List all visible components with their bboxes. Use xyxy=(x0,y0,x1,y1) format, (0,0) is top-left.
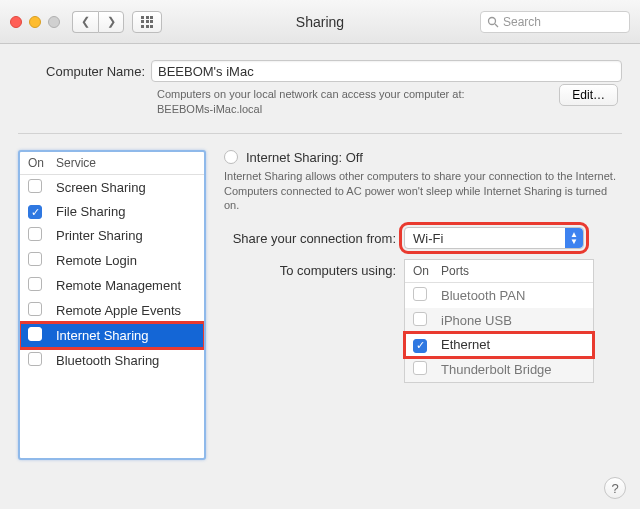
service-row-bluetooth-sharing[interactable]: Bluetooth Sharing xyxy=(20,348,204,373)
service-label: Remote Apple Events xyxy=(56,303,181,318)
close-icon[interactable] xyxy=(10,16,22,28)
service-row-internet-sharing[interactable]: Internet Sharing xyxy=(20,323,204,348)
port-row-thunderbolt-bridge[interactable]: Thunderbolt Bridge xyxy=(405,357,593,382)
service-row-remote-apple-events[interactable]: Remote Apple Events xyxy=(20,298,204,323)
nav-back-forward: ❮ ❯ xyxy=(72,11,124,33)
checkbox[interactable] xyxy=(28,252,42,266)
checkbox[interactable] xyxy=(413,361,427,375)
share-from-select[interactable]: Wi-Fi ▲▼ xyxy=(404,227,584,249)
port-label: Bluetooth PAN xyxy=(441,288,525,303)
checkbox[interactable]: ✓ xyxy=(28,205,42,219)
port-row-iphone-usb[interactable]: iPhone USB xyxy=(405,308,593,333)
port-row-ethernet[interactable]: ✓ Ethernet xyxy=(405,333,593,357)
checkbox[interactable]: ✓ xyxy=(413,339,427,353)
chevron-updown-icon: ▲▼ xyxy=(565,228,583,248)
checkbox[interactable] xyxy=(28,352,42,366)
svg-line-1 xyxy=(495,24,498,27)
services-on-header: On xyxy=(28,156,56,170)
help-icon: ? xyxy=(611,481,618,496)
search-icon xyxy=(487,16,499,31)
service-label: Remote Management xyxy=(56,278,181,293)
checkbox[interactable] xyxy=(413,312,427,326)
service-row-file-sharing[interactable]: ✓ File Sharing xyxy=(20,200,204,224)
window-titlebar: ❮ ❯ Sharing Search xyxy=(0,0,640,44)
port-label: iPhone USB xyxy=(441,313,512,328)
port-label: Ethernet xyxy=(441,337,490,352)
service-label: Internet Sharing xyxy=(56,328,149,343)
status-title: Internet Sharing: Off xyxy=(246,150,363,165)
maximize-icon[interactable] xyxy=(48,16,60,28)
service-list: On Service Screen Sharing ✓ File Sharing… xyxy=(18,150,206,460)
share-from-value: Wi-Fi xyxy=(413,231,443,246)
checkbox[interactable] xyxy=(28,277,42,291)
show-all-button[interactable] xyxy=(132,11,162,33)
computer-name-label: Computer Name: xyxy=(26,64,151,79)
back-button[interactable]: ❮ xyxy=(72,11,98,33)
service-label: File Sharing xyxy=(56,204,125,219)
port-row-bluetooth-pan[interactable]: Bluetooth PAN xyxy=(405,283,593,308)
ports-list: On Ports Bluetooth PAN iPhone USB ✓ Ethe… xyxy=(404,259,594,383)
share-from-label: Share your connection from: xyxy=(224,231,404,246)
service-row-printer-sharing[interactable]: Printer Sharing xyxy=(20,223,204,248)
service-row-remote-login[interactable]: Remote Login xyxy=(20,248,204,273)
ports-label: To computers using: xyxy=(224,263,404,278)
status-description: Internet Sharing allows other computers … xyxy=(224,169,622,214)
service-label: Remote Login xyxy=(56,253,137,268)
ports-on-header: On xyxy=(413,264,441,278)
svg-point-0 xyxy=(489,17,496,24)
status-radio xyxy=(224,150,238,164)
port-label: Thunderbolt Bridge xyxy=(441,362,552,377)
checkbox[interactable] xyxy=(28,179,42,193)
service-label: Screen Sharing xyxy=(56,180,146,195)
ports-ports-header: Ports xyxy=(441,264,469,278)
grid-icon xyxy=(141,16,153,28)
checkbox[interactable] xyxy=(28,227,42,241)
search-placeholder: Search xyxy=(503,15,541,29)
computer-name-subtext: Computers on your local network can acce… xyxy=(157,87,487,117)
checkbox[interactable] xyxy=(413,287,427,301)
search-input[interactable]: Search xyxy=(480,11,630,33)
service-label: Printer Sharing xyxy=(56,228,143,243)
checkbox[interactable] xyxy=(28,302,42,316)
help-button[interactable]: ? xyxy=(604,477,626,499)
forward-button[interactable]: ❯ xyxy=(98,11,124,33)
checkbox[interactable] xyxy=(28,327,42,341)
service-label: Bluetooth Sharing xyxy=(56,353,159,368)
minimize-icon[interactable] xyxy=(29,16,41,28)
edit-button[interactable]: Edit… xyxy=(559,84,618,106)
service-row-remote-management[interactable]: Remote Management xyxy=(20,273,204,298)
window-controls xyxy=(10,16,60,28)
services-service-header: Service xyxy=(56,156,96,170)
service-row-screen-sharing[interactable]: Screen Sharing xyxy=(20,175,204,200)
computer-name-field[interactable] xyxy=(151,60,622,82)
